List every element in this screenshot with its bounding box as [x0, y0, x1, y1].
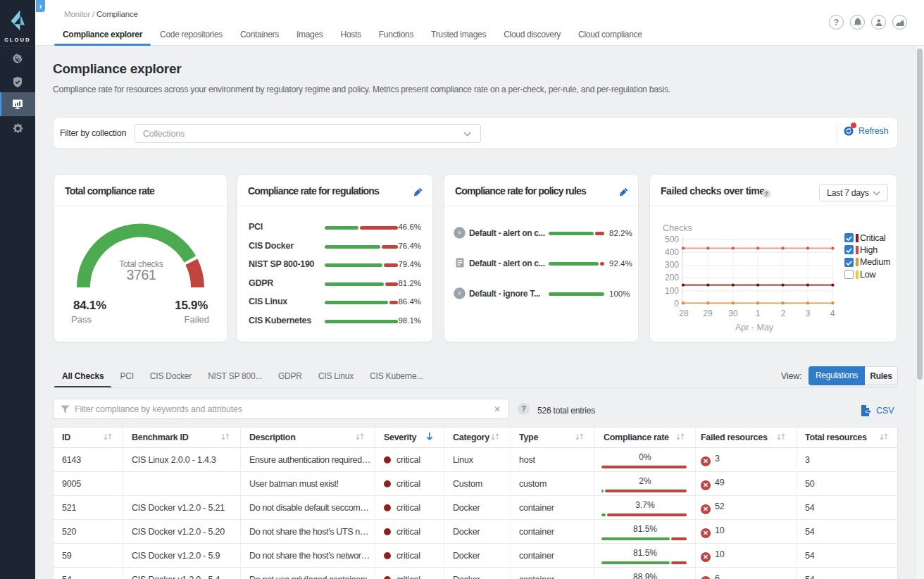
- svg-text:200: 200: [665, 273, 679, 282]
- svg-text:1: 1: [756, 309, 761, 318]
- svg-text:29: 29: [703, 309, 713, 318]
- svg-text:3: 3: [806, 309, 811, 318]
- svg-text:500: 500: [665, 235, 679, 244]
- svg-text:100: 100: [665, 286, 679, 296]
- svg-text:300: 300: [665, 260, 679, 270]
- svg-text:30: 30: [728, 309, 738, 318]
- svg-text:Apr - May: Apr - May: [735, 323, 774, 332]
- svg-text:2: 2: [781, 309, 786, 318]
- svg-text:4: 4: [830, 309, 835, 318]
- svg-text:0: 0: [674, 299, 679, 309]
- svg-text:28: 28: [679, 309, 689, 318]
- svg-text:400: 400: [665, 247, 679, 257]
- svg-text:Checks: Checks: [663, 223, 692, 233]
